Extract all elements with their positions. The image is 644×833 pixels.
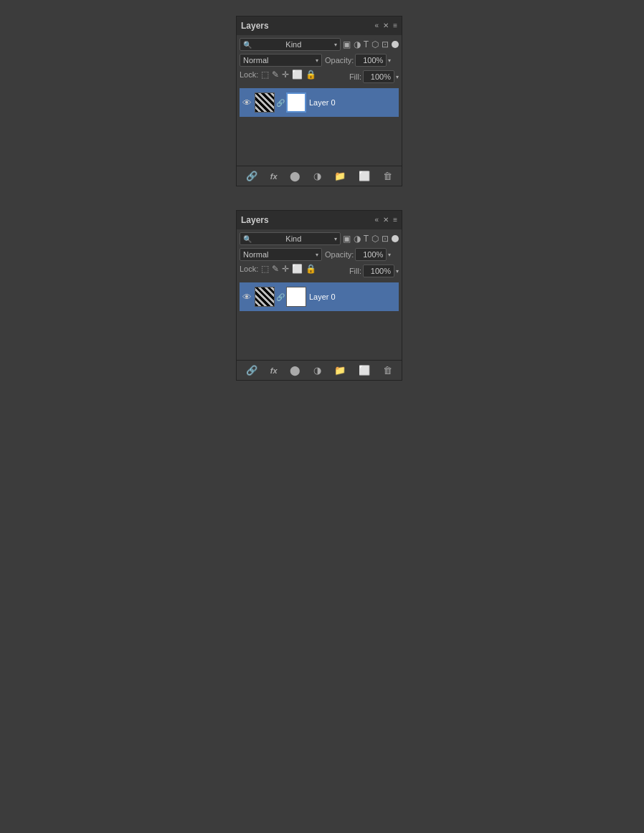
lock-icon-transform-1[interactable]: ⬜ — [292, 70, 303, 80]
kind-select-2[interactable]: 🔍 Kind ▾ — [240, 232, 341, 245]
menu-button-1[interactable]: ≡ — [393, 22, 397, 29]
filter-icon-type-1[interactable]: T — [364, 39, 369, 49]
kind-chevron-1: ▾ — [334, 42, 337, 48]
filter-icon-smart-1[interactable]: ⊡ — [382, 39, 389, 49]
search-icon-1: 🔍 — [243, 41, 252, 49]
opacity-chevron-2: ▾ — [388, 252, 391, 258]
lock-label-1: Lock: — [240, 70, 258, 79]
fill-row-1: Fill: 100% ▾ — [349, 70, 399, 83]
opacity-row-1: Opacity: 100% ▾ — [325, 54, 399, 67]
layer-row-2[interactable]: 👁 🔗 Layer 0 — [240, 282, 399, 311]
blend-opacity-row-2: Normal ▾ Opacity: 100% ▾ — [240, 248, 399, 261]
fill-chevron-2: ▾ — [396, 268, 399, 275]
filter-icon-smart-2[interactable]: ⊡ — [382, 234, 389, 244]
footer-adjust-icon-2[interactable]: ◑ — [313, 365, 321, 376]
filter-icons-2: ▣ ◑ T ⬡ ⊡ — [343, 234, 399, 244]
blend-opacity-row-1: Normal ▾ Opacity: 100% ▾ — [240, 54, 399, 67]
filter-toggle-dot-1[interactable] — [392, 41, 399, 48]
filter-icon-shape-2[interactable]: ⬡ — [371, 234, 379, 244]
opacity-label-1: Opacity: — [325, 56, 354, 65]
filter-icon-adjust-1[interactable]: ◑ — [354, 39, 361, 49]
lock-label-2: Lock: — [240, 265, 258, 273]
fill-value-1[interactable]: 100% — [363, 70, 394, 83]
close-button-1[interactable]: ✕ — [383, 22, 389, 29]
layer-visibility-2[interactable]: 👁 — [242, 292, 252, 303]
fill-row-2: Fill: 100% ▾ — [349, 265, 399, 277]
footer-adjust-icon-1[interactable]: ◑ — [313, 171, 321, 181]
panel-footer-1: 🔗 fx ⬤ ◑ 📁 ⬜ 🗑 — [237, 166, 402, 186]
footer-new-fill-icon-1[interactable]: ⬤ — [290, 171, 300, 181]
filter-toggle-dot-2[interactable] — [392, 235, 399, 242]
blend-select-1[interactable]: Normal ▾ — [240, 54, 322, 67]
panel-body-2: 🔍 Kind ▾ ▣ ◑ T ⬡ ⊡ Normal ▾ Opacity: 100… — [237, 229, 402, 360]
filter-icon-adjust-2[interactable]: ◑ — [354, 234, 361, 244]
close-button-2[interactable]: ✕ — [383, 216, 389, 224]
opacity-label-2: Opacity: — [325, 250, 354, 259]
layer-thumb-dark-1 — [255, 92, 275, 113]
layer-thumb-white-2 — [286, 287, 306, 307]
blend-select-2[interactable]: Normal ▾ — [240, 248, 322, 261]
footer-delete-icon-1[interactable]: 🗑 — [383, 171, 392, 181]
layer-visibility-1[interactable]: 👁 — [242, 97, 252, 108]
footer-link-icon-2[interactable]: 🔗 — [246, 365, 257, 376]
filter-icon-image-1[interactable]: ▣ — [343, 39, 351, 49]
lock-icon-artboards-2[interactable]: ✛ — [282, 264, 289, 274]
panel-title-2: Layers — [241, 215, 269, 225]
footer-group-icon-1[interactable]: 📁 — [334, 171, 346, 181]
panel-footer-2: 🔗 fx ⬤ ◑ 📁 ⬜ 🗑 — [237, 360, 402, 380]
filter-icon-image-2[interactable]: ▣ — [343, 234, 351, 244]
fill-chevron-1: ▾ — [396, 74, 399, 80]
blend-chevron-2: ▾ — [316, 252, 318, 258]
footer-fx-icon-1[interactable]: fx — [270, 172, 278, 181]
search-icon-2: 🔍 — [243, 235, 252, 243]
kind-select-1[interactable]: 🔍 Kind ▾ — [240, 38, 341, 51]
kind-chevron-2: ▾ — [334, 236, 337, 242]
footer-new-fill-icon-2[interactable]: ⬤ — [290, 365, 300, 376]
thumb-pattern-1 — [255, 93, 274, 112]
titlebar-icons-1: « ✕ ≡ — [375, 22, 397, 29]
lock-icon-all-1[interactable]: 🔒 — [306, 70, 316, 80]
collapse-button-1[interactable]: « — [375, 22, 379, 29]
fill-value-2[interactable]: 100% — [363, 265, 394, 277]
layer-thumbnail-container-1: 🔗 — [255, 92, 306, 113]
opacity-chevron-1: ▾ — [388, 57, 391, 64]
filter-row-1: 🔍 Kind ▾ ▣ ◑ T ⬡ ⊡ — [240, 38, 399, 51]
footer-link-icon-1[interactable]: 🔗 — [246, 171, 257, 181]
layer-row-1[interactable]: 👁 🔗 Layer 0 — [240, 88, 399, 117]
lock-fill-row-1: Lock: ⬚ ✎ ✛ ⬜ 🔒 Fill: 100% ▾ — [240, 70, 399, 84]
lock-icon-pixels-2[interactable]: ⬚ — [261, 264, 269, 274]
lock-row-2: Lock: ⬚ ✎ ✛ ⬜ 🔒 — [240, 264, 316, 274]
fill-label-1: Fill: — [349, 72, 361, 81]
layer-name-1: Layer 0 — [309, 98, 396, 107]
footer-new-layer-icon-1[interactable]: ⬜ — [359, 171, 370, 181]
filter-icon-type-2[interactable]: T — [364, 234, 369, 244]
kind-label-1: Kind — [285, 40, 301, 49]
footer-fx-icon-2[interactable]: fx — [270, 366, 278, 375]
layer-link-icon-1: 🔗 — [276, 99, 285, 107]
layer-thumbnail-container-2: 🔗 — [255, 287, 306, 307]
layer-link-icon-2: 🔗 — [276, 293, 285, 301]
lock-row-1: Lock: ⬚ ✎ ✛ ⬜ 🔒 — [240, 70, 316, 80]
panel-body-1: 🔍 Kind ▾ ▣ ◑ T ⬡ ⊡ Normal ▾ Opacity: 100… — [237, 35, 402, 166]
collapse-button-2[interactable]: « — [375, 216, 379, 224]
lock-fill-row-2: Lock: ⬚ ✎ ✛ ⬜ 🔒 Fill: 100% ▾ — [240, 264, 399, 278]
panel-titlebar-2: Layers « ✕ ≡ — [237, 211, 402, 229]
footer-new-layer-icon-2[interactable]: ⬜ — [359, 365, 370, 376]
lock-icon-all-2[interactable]: 🔒 — [306, 264, 316, 274]
opacity-value-2[interactable]: 100% — [355, 248, 387, 261]
filter-icon-shape-1[interactable]: ⬡ — [371, 39, 379, 49]
thumb-pattern-2 — [255, 287, 274, 306]
lock-icon-pixels-1[interactable]: ⬚ — [261, 70, 269, 80]
fill-label-2: Fill: — [349, 267, 361, 275]
opacity-value-1[interactable]: 100% — [355, 54, 387, 67]
lock-icon-position-2[interactable]: ✎ — [272, 264, 279, 274]
layer-thumb-white-1 — [286, 92, 306, 113]
layers-panel-2: Layers « ✕ ≡ 🔍 Kind ▾ ▣ ◑ T ⬡ ⊡ — [236, 210, 402, 381]
titlebar-icons-2: « ✕ ≡ — [375, 216, 397, 224]
footer-delete-icon-2[interactable]: 🗑 — [383, 365, 392, 376]
lock-icon-transform-2[interactable]: ⬜ — [292, 264, 303, 274]
lock-icon-position-1[interactable]: ✎ — [272, 70, 279, 80]
footer-group-icon-2[interactable]: 📁 — [334, 365, 346, 376]
lock-icon-artboards-1[interactable]: ✛ — [282, 70, 289, 80]
menu-button-2[interactable]: ≡ — [393, 216, 397, 224]
